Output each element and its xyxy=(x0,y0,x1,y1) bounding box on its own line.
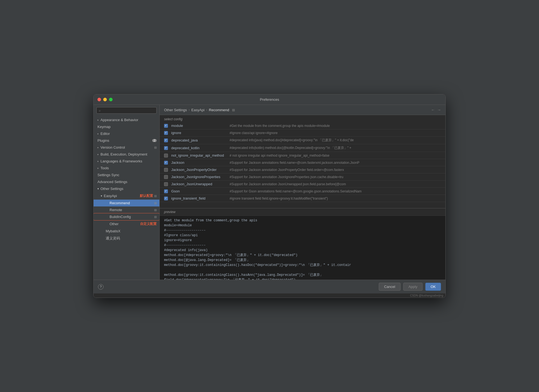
config-checkbox[interactable] xyxy=(164,168,168,172)
breadcrumb-file-icon: ▤ xyxy=(232,108,235,112)
sidebar-item-other-settings[interactable]: ▾Other Settings xyxy=(94,185,159,192)
sidebar-item-version-control[interactable]: ▸Version Control▤ xyxy=(94,144,159,151)
annotation-label: 自定义配置 xyxy=(140,222,157,226)
sidebar-item-mybatisx[interactable]: MybatisX xyxy=(94,228,159,235)
config-desc: # not ignore irregular api method ignore… xyxy=(230,154,441,157)
annotation-label: 默认配置 xyxy=(140,194,153,198)
minimize-button[interactable] xyxy=(103,98,107,101)
preview-code: #Get the module from the comment,group t… xyxy=(160,216,445,280)
sidebar-item-advanced-settings[interactable]: Advanced Settings xyxy=(94,178,159,185)
table-row: Jackson#Support for Jackson annotations … xyxy=(160,159,445,166)
sidebar-item-tools[interactable]: ▸Tools xyxy=(94,165,159,172)
config-name: Jackson_JsonUnwrapped xyxy=(171,182,226,186)
table-row: Jackson_JsonIgnoreProperties#Support for… xyxy=(160,173,445,181)
badge: 2 xyxy=(152,139,157,142)
config-name: ignore xyxy=(171,131,226,135)
sidebar-label: Editor xyxy=(100,132,157,136)
sidebar-label: Settings Sync xyxy=(97,173,157,177)
config-checkbox[interactable] xyxy=(164,154,168,157)
config-checkbox[interactable] xyxy=(164,124,168,128)
window-controls xyxy=(97,98,113,101)
sidebar-item-build[interactable]: ▸Build, Execution, Deployment xyxy=(94,151,159,158)
breadcrumb-other-settings[interactable]: Other Settings xyxy=(164,108,187,112)
config-name: module xyxy=(171,124,226,128)
sidebar-label: Other Settings xyxy=(100,187,157,191)
select-config-label: select config xyxy=(160,115,445,122)
config-name: Jackson_JsonIgnoreProperties xyxy=(171,175,226,179)
help-button[interactable]: ? xyxy=(98,284,104,290)
search-bar[interactable]: ⌕ xyxy=(96,107,157,114)
breadcrumb-sep-1: › xyxy=(189,108,190,112)
table-row: deprecated_java#deprecated info(java) me… xyxy=(160,137,445,144)
config-desc: #Ignore class/api ignore=#ignore xyxy=(230,131,441,135)
table-row: Jackson_JsonPropertyOrder#Support for Ja… xyxy=(160,166,445,173)
sidebar-label: Languages & Frameworks xyxy=(100,159,157,163)
sidebar-item-remote[interactable]: Remote▤ xyxy=(94,206,159,213)
arrow-icon: ▸ xyxy=(97,118,99,121)
sidebar-label: BuildInConfig xyxy=(110,215,153,219)
sidebar-item-settings-sync[interactable]: Settings Sync xyxy=(94,172,159,178)
config-table-area: select config module#Get the module from… xyxy=(160,115,445,208)
config-name: Jackson xyxy=(171,160,226,165)
cancel-button[interactable]: Cancel xyxy=(379,283,400,291)
arrow-icon: ▸ xyxy=(97,153,99,156)
config-checkbox[interactable] xyxy=(164,146,168,150)
config-checkbox[interactable] xyxy=(164,182,168,186)
sidebar-label: EasyApi xyxy=(104,194,138,198)
sidebar-item-easyapi[interactable]: ▾EasyApi默认配置▤ xyxy=(94,192,159,200)
sidebar-item-plugins[interactable]: Plugins2 xyxy=(94,137,159,144)
config-desc: #Support for Jackson annotation JsonUnwr… xyxy=(230,182,441,186)
sidebar-label: Build, Execution, Deployment xyxy=(100,152,157,156)
sidebar-item-languages[interactable]: ▸Languages & Frameworks xyxy=(94,158,159,165)
sidebar: ⌕ ▸Appearance & BehaviorKeymap▸EditorPlu… xyxy=(94,105,160,280)
sidebar-item-recommend[interactable]: Recommend▤ xyxy=(94,200,159,206)
sidebar-label: Appearance & Behavior xyxy=(100,118,157,122)
config-checkbox[interactable] xyxy=(164,175,168,179)
sidebar-label: Remote xyxy=(110,208,153,212)
ok-button[interactable]: OK xyxy=(425,283,441,291)
sidebar-item-buildinconfig[interactable]: BuildInConfig▤ xyxy=(94,213,159,220)
config-name: deprecated_kotlin xyxy=(171,146,226,150)
breadcrumb-bar: Other Settings › EasyApi › Recommend ▤ ←… xyxy=(160,105,445,115)
arrow-icon: ▾ xyxy=(101,194,102,197)
config-checkbox[interactable] xyxy=(164,138,168,142)
config-checkbox[interactable] xyxy=(164,189,168,193)
maximize-button[interactable] xyxy=(109,98,113,101)
apply-button[interactable]: Apply xyxy=(403,283,423,291)
sidebar-label: Other xyxy=(110,222,138,226)
sidebar-item-keymap[interactable]: Keymap xyxy=(94,123,159,130)
table-row: ignore_transient_field#ignore transient … xyxy=(160,195,445,202)
sidebar-item-appearance[interactable]: ▸Appearance & Behavior xyxy=(94,116,159,123)
file-icon: ▤ xyxy=(154,194,157,197)
content-area: Other Settings › EasyApi › Recommend ▤ ←… xyxy=(160,105,445,280)
config-desc: #ignore transient field field.ignore=gro… xyxy=(230,197,441,200)
table-row: Gson#Support for Gson annotations field.… xyxy=(160,188,445,195)
config-name: ignore_transient_field xyxy=(171,196,226,200)
config-name: Gson xyxy=(171,189,226,193)
nav-forward-arrow[interactable]: → xyxy=(437,108,441,112)
close-button[interactable] xyxy=(97,98,101,101)
search-icon: ⌕ xyxy=(99,109,101,112)
config-desc: #Support for Gson annotations field.name… xyxy=(230,189,441,193)
breadcrumb-sep-2: › xyxy=(206,108,207,112)
file-icon: ▤ xyxy=(154,146,157,149)
sidebar-item-other[interactable]: Other自定义配置 xyxy=(94,220,159,228)
sidebar-item-editor[interactable]: ▸Editor xyxy=(94,130,159,137)
nav-back-arrow[interactable]: ← xyxy=(431,108,435,112)
config-rows: module#Get the module from the comment,g… xyxy=(160,122,445,202)
arrow-icon: ▾ xyxy=(97,187,99,190)
preview-label: preview xyxy=(160,208,445,216)
file-icon: ▤ xyxy=(154,215,157,218)
config-checkbox[interactable] xyxy=(164,161,168,165)
config-checkbox[interactable] xyxy=(164,131,168,135)
breadcrumb-easyapi[interactable]: EasyApi xyxy=(191,108,205,112)
file-icon: ▤ xyxy=(154,208,157,211)
search-input[interactable] xyxy=(102,108,154,112)
sidebar-label: Version Control xyxy=(100,145,153,149)
arrow-icon: ▸ xyxy=(97,132,99,135)
sidebar-item-tongyilingma[interactable]: 通义灵码 xyxy=(94,235,159,242)
config-checkbox[interactable] xyxy=(164,197,168,200)
nav-arrows: ← → xyxy=(431,108,441,112)
window-title: Preferences xyxy=(260,97,279,102)
config-name: deprecated_java xyxy=(171,138,226,142)
